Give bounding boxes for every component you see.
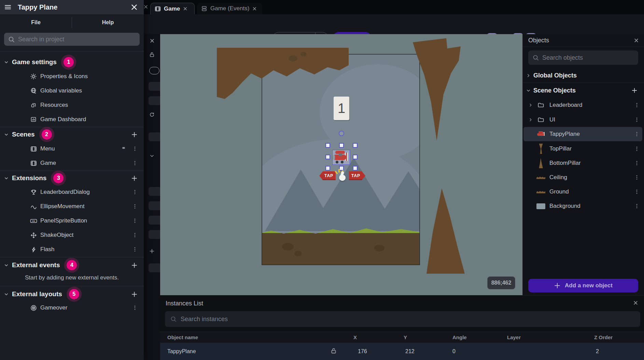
selection-handle[interactable] [353,155,358,159]
instance-y[interactable]: 212 [405,348,415,355]
hamburger-menu-icon[interactable] [4,3,12,11]
panel-field[interactable] [149,263,160,272]
section-game-settings[interactable]: Game settings 1 [0,55,144,69]
item-game-dashboard[interactable]: Game Dashboard [0,112,144,127]
scene-canvas[interactable]: 1 TAP TAP [160,34,522,295]
kebab-menu-icon[interactable] [634,175,640,180]
refresh-icon[interactable] [147,112,157,117]
panel-field[interactable] [149,230,160,239]
item-scene-game[interactable]: Game [0,156,144,170]
help-menu-button[interactable]: Help [72,19,144,26]
add-external-layout-button[interactable] [131,291,138,298]
kebab-menu-icon[interactable] [634,117,640,123]
add-external-events-button[interactable] [131,262,138,269]
selection-handle[interactable] [325,166,330,171]
object-row-ground[interactable]: Ground [523,185,642,199]
object-row-background[interactable]: Background [523,199,642,213]
object-row-toppillar[interactable]: TopPillar [523,142,642,156]
objects-search-input[interactable] [542,54,634,61]
kebab-menu-icon[interactable] [132,218,138,224]
section-scenes[interactable]: Scenes 2 [0,127,144,142]
item-scene-menu[interactable]: Menu [0,142,144,156]
object-label: Background [547,203,634,210]
chevron-right-icon [526,118,535,122]
instance-row-tappyplane[interactable]: TappyPlane 176 212 0 2 [160,343,644,360]
item-global-variables[interactable]: Global variables [0,84,144,98]
scene-objects-section[interactable]: Scene Objects [523,84,644,97]
project-search-field[interactable] [4,33,140,46]
add-new-object-button[interactable]: Add a new object [528,279,638,292]
drawer-close-icon[interactable] [131,4,140,11]
section-external-layouts[interactable]: External layouts 5 [0,287,144,301]
instances-search-field[interactable] [165,311,640,327]
instance-z-order[interactable]: 2 [596,348,599,355]
item-ellipsemovement[interactable]: EllipseMovement [0,199,144,214]
panel-field[interactable] [149,82,160,91]
tab-game-events-close-icon[interactable] [252,6,257,11]
object-row-bottompillar[interactable]: BottomPillar [523,156,642,170]
add-extension-button[interactable] [131,175,138,182]
kebab-menu-icon[interactable] [634,102,640,108]
kebab-menu-icon[interactable] [132,204,138,209]
project-search-input[interactable] [18,36,136,43]
item-panelspritebutton[interactable]: OK PanelSpriteButton [0,214,144,228]
panel-close-icon[interactable] [147,38,157,43]
bottompillar-thumbnail [535,158,547,168]
tab-game-close-icon[interactable] [183,6,187,11]
section-external-events[interactable]: External events 4 [0,258,144,272]
kebab-menu-icon[interactable] [132,305,138,311]
object-row-tappyplane[interactable]: TappyPlane [523,127,642,141]
selection-handle[interactable] [325,155,330,159]
rotate-handle[interactable] [339,131,344,136]
tab-game[interactable]: Game [150,3,195,14]
add-object-plus-icon[interactable] [631,87,641,93]
selection-handle[interactable] [353,166,358,171]
tab-game-events[interactable]: Game (Events) [197,3,262,14]
plus-icon[interactable] [147,248,157,254]
kebab-menu-icon[interactable] [132,232,138,238]
instances-close-icon[interactable] [633,300,638,305]
panel-field[interactable] [149,201,160,210]
kebab-menu-icon[interactable] [634,146,640,152]
selection-handle[interactable] [325,143,330,148]
section-extensions[interactable]: Extensions 3 [0,171,144,185]
item-flash[interactable]: Flash [0,242,144,257]
file-menu-button[interactable]: File [0,19,72,26]
globe-icon [29,87,38,94]
item-gameover[interactable]: Gameover [0,301,144,315]
instances-search-input[interactable] [181,316,635,323]
panel-field[interactable] [149,132,160,141]
item-leaderboarddialog[interactable]: LeaderboardDialog [0,185,144,199]
global-objects-section[interactable]: Global Objects [523,69,644,82]
lock-open-icon[interactable] [331,348,337,354]
item-properties-icons[interactable]: Properties & Icons [0,69,144,84]
instance-angle[interactable]: 0 [452,348,456,355]
kebab-menu-icon[interactable] [132,146,138,152]
kebab-menu-icon[interactable] [132,247,138,252]
selection-handle[interactable] [353,143,358,148]
chevron-down-icon[interactable] [147,154,157,158]
object-row-ceiling[interactable]: Ceiling [523,170,642,185]
panel-pill-button[interactable] [149,67,159,74]
kebab-menu-icon[interactable] [132,160,138,166]
panel-field[interactable] [149,216,160,225]
kebab-menu-icon[interactable] [634,189,640,195]
panel-field[interactable] [149,96,160,105]
item-shakeobject[interactable]: ShakeObject [0,228,144,242]
tappy-plane-instance[interactable] [332,150,350,165]
panel-field[interactable] [149,187,160,196]
kebab-menu-icon[interactable] [132,189,138,195]
add-scene-button[interactable] [131,131,138,138]
kebab-menu-icon[interactable] [634,160,640,166]
kebab-menu-icon[interactable] [634,131,640,137]
hidden-tab-close-icon[interactable] [143,4,148,9]
item-resources[interactable]: Resources [0,98,144,112]
kebab-menu-icon[interactable] [634,203,640,209]
object-row-leaderboard[interactable]: Leaderboard [523,98,642,112]
object-row-ui[interactable]: UI [523,113,642,127]
objects-panel-close-icon[interactable] [634,38,639,43]
selection-handle[interactable] [339,143,344,148]
objects-search-field[interactable] [528,51,638,65]
instance-x[interactable]: 176 [358,348,367,355]
lock-open-icon[interactable] [147,52,157,57]
